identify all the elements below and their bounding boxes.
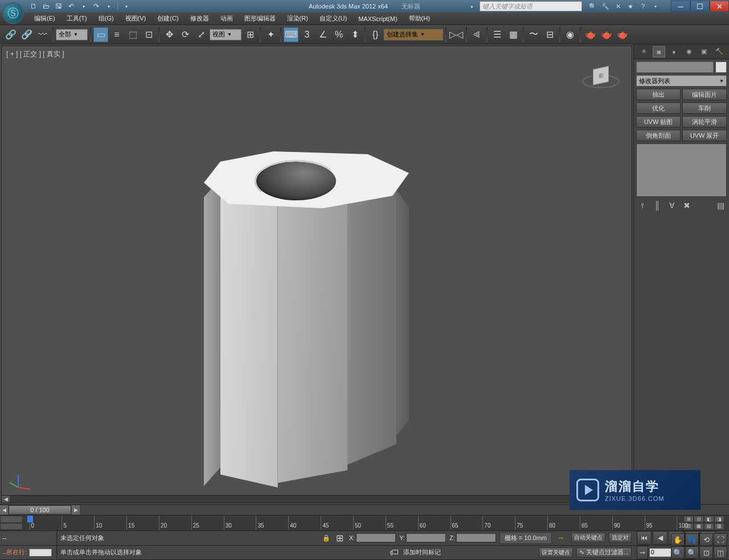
lock-icon[interactable]: 🔒	[322, 533, 331, 542]
set-key-button[interactable]: 设置关键点	[539, 547, 573, 558]
close-button[interactable]: ✕	[710, 1, 729, 12]
undo-icon[interactable]: ↶	[66, 2, 76, 11]
coord-display-toggle-icon[interactable]: ⊞	[334, 533, 346, 543]
menu-modifiers[interactable]: 修改器	[185, 13, 215, 24]
fov-icon[interactable]: ◫	[714, 546, 727, 559]
trackbar-btn[interactable]: ◧	[704, 516, 714, 522]
rotate-icon[interactable]: ⟳	[178, 27, 193, 42]
mod-btn-editpatch[interactable]: 编辑面片	[682, 89, 727, 100]
angle-snap-icon[interactable]: ∠	[316, 27, 330, 42]
search-input[interactable]: 键入关键字或短语	[480, 1, 582, 11]
render-setup-icon[interactable]: 🫖	[583, 27, 598, 42]
tab-modify-icon[interactable]: ◙	[653, 46, 665, 57]
menu-rendering[interactable]: 渲染(R)	[281, 13, 314, 24]
app-menu-icon[interactable]: Ⓢ	[2, 2, 24, 24]
infocentre-toggle-icon[interactable]: ▸	[467, 2, 477, 11]
window-crossing-icon[interactable]: ⊡	[141, 27, 156, 42]
menu-views[interactable]: 视图(V)	[120, 13, 152, 24]
selection-filter-dropdown[interactable]: 全部	[56, 29, 88, 40]
coord-z-input[interactable]	[456, 533, 496, 542]
ref-coord-dropdown[interactable]: 视图	[210, 29, 241, 40]
maxscript-input[interactable]: --	[0, 531, 56, 546]
viewport-scrollbar[interactable]: ◀ ▶	[1, 495, 632, 503]
zoom-extents-icon[interactable]: ⊡	[699, 546, 713, 559]
mod-btn-bevelprofile[interactable]: 倒角剖面	[636, 130, 681, 141]
curve-editor-icon[interactable]: 〜	[526, 27, 541, 42]
move-icon[interactable]: ✥	[162, 27, 177, 42]
material-editor-icon[interactable]: ◉	[563, 27, 578, 42]
object-name-input[interactable]	[636, 61, 714, 73]
remove-modifier-icon[interactable]: ✖	[681, 200, 693, 211]
show-end-result-icon[interactable]: ║	[651, 200, 664, 211]
modifier-stack[interactable]	[636, 143, 727, 197]
graphite-tools-icon[interactable]: ▦	[506, 27, 521, 42]
pin-stack-icon[interactable]: ⫯	[636, 200, 649, 211]
max-viewport-icon[interactable]: ⛶	[714, 533, 727, 546]
edit-named-set-icon[interactable]: {}	[368, 27, 383, 42]
zoom-all-icon[interactable]: 🔍	[685, 546, 699, 559]
help-dropdown-icon[interactable]: ▾	[650, 2, 661, 11]
add-time-tag[interactable]: 添加时间标记	[403, 548, 441, 557]
pan-icon[interactable]: ✋	[671, 533, 685, 546]
viewport-label[interactable]: [ + ] [ 正交 ] [ 真实 ]	[6, 50, 64, 59]
selection-lock-button[interactable]: 选定对	[609, 533, 632, 543]
render-frame-icon[interactable]: 🫖	[599, 27, 614, 42]
bind-spacewarp-icon[interactable]: 〰	[35, 27, 50, 42]
favorites-icon[interactable]: ★	[625, 2, 636, 11]
tab-utilities-icon[interactable]: 🔨	[713, 46, 726, 57]
unlink-icon[interactable]: 🔗̸	[19, 27, 34, 42]
keyboard-shortcut-icon[interactable]: ⌨	[284, 27, 298, 42]
time-slider-thumb[interactable]: 0 / 100	[9, 505, 71, 514]
subscription-icon[interactable]: 🔧	[600, 2, 611, 11]
trackbar-btn[interactable]: ▥	[714, 523, 724, 530]
trackbar-toggles[interactable]	[0, 516, 23, 530]
trackbar-btn[interactable]: ▤	[704, 523, 714, 530]
qat-more-icon[interactable]: ▾	[121, 2, 132, 11]
align-icon[interactable]: ⫷	[469, 27, 484, 42]
slider-next-icon[interactable]: ▶	[72, 505, 80, 514]
tab-hierarchy-icon[interactable]: ♦	[667, 46, 680, 57]
menu-maxscript[interactable]: MAXScript(M)	[353, 14, 403, 24]
mod-btn-optimize[interactable]: 优化	[636, 102, 681, 114]
mirror-icon[interactable]: ▷◁	[449, 27, 464, 42]
redo-icon[interactable]: ↷	[91, 2, 101, 11]
modifier-list-dropdown[interactable]: 修改器列表	[636, 75, 727, 87]
scroll-left-icon[interactable]: ◀	[2, 496, 10, 503]
new-icon[interactable]: 🗋	[28, 2, 39, 11]
scale-icon[interactable]: ⤢	[194, 27, 208, 42]
pivot-center-icon[interactable]: ⊞	[243, 27, 257, 42]
viewport[interactable]: [ + ] [ 正交 ] [ 真实 ] 前	[1, 46, 632, 503]
scene-object[interactable]	[204, 151, 409, 487]
make-unique-icon[interactable]: ∀	[666, 200, 678, 211]
menu-help[interactable]: 帮助(H)	[403, 13, 436, 24]
tab-display-icon[interactable]: ▣	[698, 46, 710, 57]
select-object-icon[interactable]: ▭	[93, 27, 108, 42]
key-mode-icon[interactable]: ⊸	[637, 546, 648, 559]
trackbar-btn[interactable]: ▦	[694, 523, 704, 530]
mod-btn-lathe[interactable]: 车削	[682, 102, 727, 114]
menu-graph-editors[interactable]: 图形编辑器	[239, 13, 281, 24]
menu-tools[interactable]: 工具(T)	[61, 13, 93, 24]
snap-3d-icon[interactable]: 3	[300, 27, 314, 42]
select-by-name-icon[interactable]: ≡	[109, 27, 124, 42]
key-icon[interactable]: ⊸	[555, 533, 566, 542]
viewcube-face[interactable]: 前	[593, 66, 609, 85]
tab-motion-icon[interactable]: ◉	[683, 46, 695, 57]
prev-frame-icon[interactable]: ◀	[653, 531, 667, 545]
search-icon[interactable]: 🔍	[588, 2, 598, 11]
configure-sets-icon[interactable]: ▤	[714, 200, 727, 211]
render-production-icon[interactable]: 🫖	[615, 27, 630, 42]
menu-animation[interactable]: 动画	[215, 13, 239, 24]
orbit-icon[interactable]: ⟲	[699, 533, 713, 546]
named-selection-dropdown[interactable]: 创建选择集	[384, 29, 443, 40]
maximize-button[interactable]: ☐	[690, 1, 710, 12]
coord-y-input[interactable]	[406, 533, 446, 542]
trackbar-btn[interactable]: ⊟	[694, 516, 704, 522]
walk-icon[interactable]: 👣	[685, 533, 699, 546]
menu-customize[interactable]: 自定义(U)	[314, 13, 353, 24]
key-filters-button[interactable]: ∿关键点过滤器...	[576, 547, 632, 558]
object-color-swatch[interactable]	[715, 61, 727, 73]
trackbar-btn[interactable]: ◨	[714, 516, 724, 522]
minimize-button[interactable]: ─	[671, 1, 690, 12]
select-region-rect-icon[interactable]: ⬚	[125, 27, 140, 42]
